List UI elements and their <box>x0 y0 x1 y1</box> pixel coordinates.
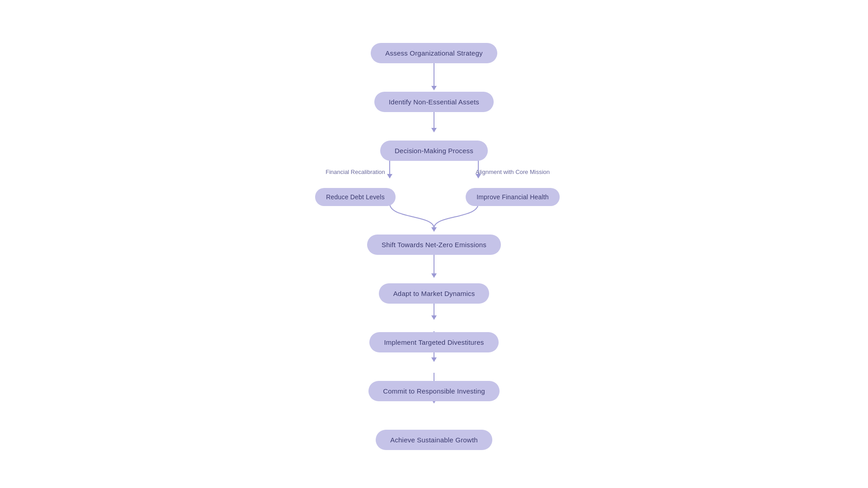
nodes-layer: Assess Organizational Strategy Identify … <box>321 38 547 450</box>
node-achieve: Achieve Sustainable Growth <box>376 430 492 450</box>
diagram-wrapper: Assess Organizational Strategy Identify … <box>321 38 547 450</box>
node-reduce-debt[interactable]: Reduce Debt Levels <box>315 188 396 206</box>
node-identify: Identify Non-Essential Assets <box>374 92 494 112</box>
branch-row: Financial Recalibration Reduce Debt Leve… <box>321 169 547 206</box>
node-shift: Shift Towards Net-Zero Emissions <box>367 235 501 255</box>
node-improve-financial[interactable]: Improve Financial Health <box>466 188 560 206</box>
node-implement: Implement Targeted Divestitures <box>369 332 498 352</box>
node-adapt: Adapt to Market Dynamics <box>379 283 490 304</box>
branch-right: Alignment with Core Mission Improve Fina… <box>478 169 547 206</box>
node-assess: Assess Organizational Strategy <box>371 43 497 63</box>
node-decision: Decision-Making Process <box>380 141 488 161</box>
branch-left: Financial Recalibration Reduce Debt Leve… <box>321 169 390 206</box>
node-commit: Commit to Responsible Investing <box>368 381 499 401</box>
